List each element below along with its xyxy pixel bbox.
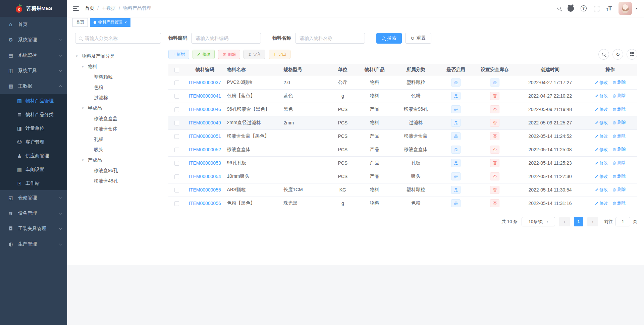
material-code-link[interactable]: ITEM00000046 (189, 107, 221, 112)
row-checkbox[interactable] (174, 121, 179, 125)
sidebar-menu-item[interactable]: ◫ 系统工具 (0, 63, 67, 78)
tree-node[interactable]: 移液盒盒盖 (75, 113, 161, 124)
row-edit-link[interactable]: 修改 (595, 174, 608, 179)
material-name-input[interactable] (295, 33, 365, 44)
row-delete-link[interactable]: 删除 (612, 106, 626, 112)
row-edit-link[interactable]: 修改 (595, 201, 608, 206)
tree-search-input[interactable] (85, 36, 157, 41)
row-delete-link[interactable]: 删除 (612, 187, 626, 193)
delete-button[interactable]: 删除 (218, 50, 240, 59)
tree-node[interactable]: ▾ 产成品 (75, 155, 161, 165)
tree-expand-arrow-icon[interactable]: ▾ (82, 106, 86, 110)
export-button[interactable]: ↧ 导出 (269, 50, 290, 59)
tree-node[interactable]: 移液盒48孔 (75, 176, 161, 186)
row-delete-link[interactable]: 删除 (612, 160, 626, 166)
row-edit-link[interactable]: 修改 (595, 187, 608, 193)
toggle-search-button[interactable] (598, 49, 609, 60)
add-button[interactable]: + 新增 (168, 50, 189, 59)
sidebar-menu-item[interactable]: ⌂ 首页 (0, 17, 67, 32)
material-code-link[interactable]: ITEM00000054 (189, 174, 221, 179)
row-checkbox[interactable] (174, 94, 179, 99)
row-checkbox[interactable] (174, 161, 179, 166)
breadcrumb-home[interactable]: 首页 (85, 5, 94, 11)
material-code-link[interactable]: ITEM00000051 (189, 133, 221, 139)
sidebar-menu-item[interactable]: ▧ 车间设置 (0, 163, 67, 176)
row-checkbox[interactable] (174, 107, 179, 112)
material-code-link[interactable]: ITEM00000053 (189, 160, 221, 166)
sidebar-menu-item[interactable]: ≣ 物料产品分类 (0, 108, 67, 121)
tree-node[interactable]: ▾ 物料 (75, 61, 161, 72)
tree-node[interactable]: ▾ 半成品 (75, 103, 161, 113)
tree-expand-arrow-icon[interactable]: ▾ (82, 158, 86, 162)
sidebar-menu-item[interactable]: ≋ 设备管理 (0, 206, 67, 221)
tab[interactable]: 物料产品管理 × (90, 18, 130, 27)
tree-expand-arrow-icon[interactable]: ▾ (76, 54, 80, 58)
row-edit-link[interactable]: 修改 (595, 160, 608, 166)
sidebar-menu-item[interactable]: ▤ 系统监控 (0, 48, 67, 63)
material-code-link[interactable]: ITEM00000052 (189, 147, 221, 152)
row-delete-link[interactable]: 删除 (612, 147, 626, 152)
sidebar-menu-item[interactable]: ◐ 生产管理 (0, 236, 67, 252)
breadcrumb-master-data[interactable]: 主数据 (102, 5, 116, 11)
row-checkbox[interactable] (174, 174, 179, 179)
next-page-button[interactable]: › (587, 217, 598, 226)
tree-node[interactable]: 色粉 (75, 82, 161, 93)
fullscreen-icon[interactable] (593, 5, 600, 12)
row-delete-link[interactable]: 删除 (612, 200, 626, 206)
help-icon[interactable]: ? (581, 5, 587, 11)
tree-node[interactable]: 移液盒96孔 (75, 165, 161, 176)
select-all-checkbox[interactable] (174, 68, 179, 72)
sidebar-menu-item[interactable]: ⊡ 工作站 (0, 176, 67, 190)
row-checkbox[interactable] (174, 80, 179, 85)
goto-page-input[interactable] (615, 217, 630, 226)
material-code-link[interactable]: ITEM00000055 (189, 187, 221, 193)
tab-close-icon[interactable]: × (124, 20, 127, 25)
tree-node[interactable]: 移液盒盒体 (75, 124, 161, 134)
edit-button[interactable]: 修改 (193, 50, 215, 59)
row-edit-link[interactable]: 修改 (595, 107, 608, 112)
material-code-link[interactable]: ITEM00000041 (189, 93, 221, 99)
tree-node[interactable]: 塑料颗粒 (75, 72, 161, 82)
row-checkbox[interactable] (174, 201, 179, 206)
avatar-caret-icon[interactable]: ▼ (635, 7, 638, 10)
row-delete-link[interactable]: 删除 (612, 93, 626, 99)
row-edit-link[interactable]: 修改 (595, 147, 608, 153)
material-code-link[interactable]: ITEM00000037 (189, 80, 221, 85)
app-logo[interactable]: K 苦糖果MES (0, 0, 67, 17)
material-code-link[interactable]: ITEM00000049 (189, 120, 221, 125)
row-delete-link[interactable]: 删除 (612, 79, 626, 85)
tree-node[interactable]: 吸头 (75, 145, 161, 155)
row-delete-link[interactable]: 删除 (612, 173, 626, 179)
refresh-table-button[interactable]: ↻ (612, 49, 623, 60)
row-checkbox[interactable] (174, 134, 179, 139)
row-edit-link[interactable]: 修改 (595, 93, 608, 99)
sidebar-menu-item[interactable]: ☺ 客户管理 (0, 135, 67, 149)
sidebar-menu-item[interactable]: ◘ 工装夹具管理 (0, 221, 67, 236)
font-size-icon[interactable]: TT (606, 6, 612, 11)
tree-node[interactable]: 孔板 (75, 134, 161, 145)
material-code-input[interactable] (191, 33, 261, 44)
sidebar-menu-item[interactable]: ◱ 仓储管理 (0, 190, 67, 206)
row-edit-link[interactable]: 修改 (595, 120, 608, 126)
column-settings-button[interactable] (627, 49, 637, 60)
sidebar-menu-item[interactable]: ⚙ 系统管理 (0, 32, 67, 48)
row-checkbox[interactable] (174, 148, 179, 152)
sidebar-menu-item[interactable]: ▦ 主数据 (0, 78, 67, 94)
row-edit-link[interactable]: 修改 (595, 133, 608, 139)
search-icon[interactable] (557, 7, 561, 10)
tree-expand-arrow-icon[interactable]: ▾ (82, 64, 86, 69)
avatar[interactable] (619, 2, 632, 15)
row-delete-link[interactable]: 删除 (612, 120, 626, 125)
github-icon[interactable] (568, 5, 574, 12)
sidebar-menu-item[interactable]: ♟ 供应商管理 (0, 149, 67, 163)
import-button[interactable]: ↥ 导入 (244, 50, 265, 59)
page-size-select[interactable]: 10条/页 ▾ (522, 217, 555, 226)
page-number-button[interactable]: 1 (574, 217, 583, 226)
sidebar-menu-item[interactable]: ◨ 计量单位 (0, 121, 67, 135)
row-delete-link[interactable]: 删除 (612, 133, 626, 139)
search-button[interactable]: 搜索 (376, 33, 402, 44)
tree-node[interactable]: ▾ 物料及产品分类 (75, 51, 161, 61)
sidebar-menu-item[interactable]: ▥ 物料产品管理 (0, 94, 67, 108)
sidebar-fold-icon[interactable] (73, 6, 79, 11)
reset-button[interactable]: ↻ 重置 (405, 33, 431, 44)
